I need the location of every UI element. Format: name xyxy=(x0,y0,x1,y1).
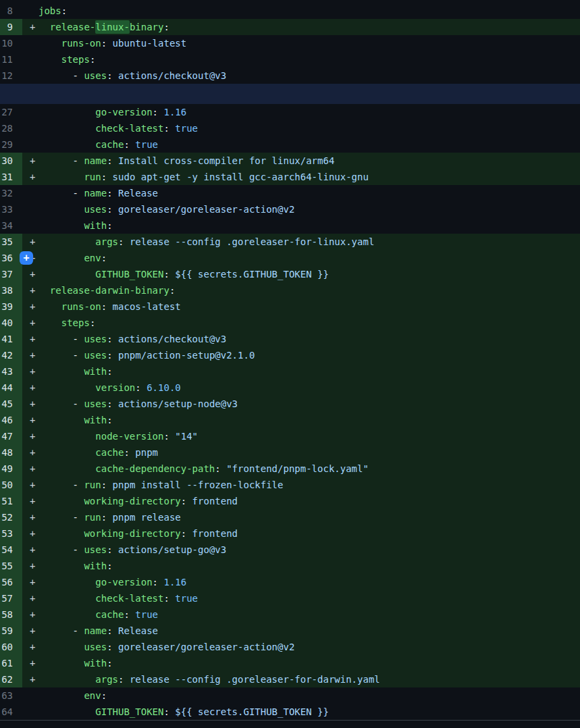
line-number[interactable]: 55 xyxy=(0,558,22,574)
line-number[interactable]: 12 xyxy=(0,68,22,84)
line-number[interactable]: 30 xyxy=(0,153,22,169)
line-number[interactable]: 45 xyxy=(0,396,22,412)
line-number[interactable]: 39 xyxy=(0,298,22,315)
diff-add-marker: + xyxy=(30,412,35,428)
line-number[interactable]: 28 xyxy=(0,120,22,136)
diff-row-49: 49+ cache-dependency-path: "frontend/pnp… xyxy=(0,461,580,477)
diff-row-46: 46+ with: xyxy=(0,412,580,428)
code-line: + with: xyxy=(22,558,580,574)
line-number[interactable]: 64 xyxy=(0,704,22,720)
add-comment-button[interactable]: + xyxy=(20,251,33,265)
line-number[interactable]: 63 xyxy=(0,687,22,704)
diff-add-marker: + xyxy=(30,169,35,185)
line-number[interactable]: 60 xyxy=(0,639,22,655)
line-number[interactable]: 32 xyxy=(0,185,22,201)
diff-row-41: 41+ - uses: actions/checkout@v3 xyxy=(0,331,580,347)
expand-hunk-band[interactable] xyxy=(0,84,580,104)
code-line: - uses: actions/checkout@v3 xyxy=(22,68,580,84)
diff-row-42: 42+ - uses: pnpm/action-setup@v2.1.0 xyxy=(0,347,580,363)
line-number[interactable]: 43 xyxy=(0,363,22,380)
code-line: + cache: pnpm xyxy=(22,444,580,461)
code-line: + node-version: "14" xyxy=(22,428,580,444)
diff-row-37: 37+ GITHUB_TOKEN: ${{ secrets.GITHUB_TOK… xyxy=(0,266,580,282)
code-line: runs-on: ubuntu-latest xyxy=(22,35,580,51)
diff-add-marker: + xyxy=(30,558,35,574)
diff-add-marker: + xyxy=(30,282,35,298)
code-line: + args: release --config .goreleaser-for… xyxy=(22,234,580,250)
diff-row-8: 8jobs: xyxy=(0,3,580,19)
line-number[interactable]: 51 xyxy=(0,493,22,509)
code-line: GITHUB_TOKEN: ${{ secrets.GITHUB_TOKEN }… xyxy=(22,704,580,720)
code-line: + - name: Release xyxy=(22,623,580,639)
diff-add-marker: + xyxy=(30,19,35,35)
diff-row-48: 48+ cache: pnpm xyxy=(0,444,580,461)
line-number[interactable]: 38 xyxy=(0,282,22,298)
line-number[interactable]: 9 xyxy=(0,19,22,35)
line-number[interactable]: 33 xyxy=(0,201,22,217)
line-number[interactable]: 31 xyxy=(0,169,22,185)
code-line: check-latest: true xyxy=(22,120,580,136)
line-number[interactable]: 10 xyxy=(0,35,22,51)
code-line: - name: Release xyxy=(22,185,580,201)
line-number[interactable]: 62 xyxy=(0,671,22,687)
line-number[interactable]: 56 xyxy=(0,574,22,590)
code-line: + - name: Install cross-compiler for lin… xyxy=(22,153,580,169)
code-line: + go-version: 1.16 xyxy=(22,574,580,590)
line-number[interactable]: 50 xyxy=(0,477,22,493)
code-line: + cache-dependency-path: "frontend/pnpm-… xyxy=(22,461,580,477)
code-line: go-version: 1.16 xyxy=(22,104,580,120)
diff-add-marker: + xyxy=(30,477,35,493)
line-number[interactable]: 37 xyxy=(0,266,22,282)
code-line: + with: xyxy=(22,363,580,380)
code-line: + - uses: actions/checkout@v3 xyxy=(22,331,580,347)
diff-add-marker: + xyxy=(30,315,35,331)
code-line: + check-latest: true xyxy=(22,590,580,606)
code-line: + uses: goreleaser/goreleaser-action@v2 xyxy=(22,639,580,655)
diff-row-56: 56+ go-version: 1.16 xyxy=(0,574,580,590)
line-number[interactable]: 27 xyxy=(0,104,22,120)
line-number[interactable]: 46 xyxy=(0,412,22,428)
diff-add-marker: + xyxy=(30,623,35,639)
line-number[interactable]: 52 xyxy=(0,509,22,525)
line-number[interactable]: 29 xyxy=(0,136,22,153)
code-line: with: xyxy=(22,217,580,234)
line-number[interactable]: 11 xyxy=(0,51,22,68)
line-number[interactable]: 61 xyxy=(0,655,22,671)
code-line: + env: xyxy=(22,250,580,266)
line-number[interactable]: 57 xyxy=(0,590,22,606)
line-number[interactable]: 53 xyxy=(0,525,22,542)
line-number[interactable]: 59 xyxy=(0,623,22,639)
line-number[interactable]: 48 xyxy=(0,444,22,461)
line-number[interactable]: 47 xyxy=(0,428,22,444)
code-line: + cache: true xyxy=(22,606,580,623)
diff-row-40: 40+ steps: xyxy=(0,315,580,331)
diff-row-61: 61+ with: xyxy=(0,655,580,671)
diff-add-marker: + xyxy=(30,266,35,282)
line-number[interactable]: 54 xyxy=(0,542,22,558)
line-number[interactable]: 49 xyxy=(0,461,22,477)
diff-row-62: 62+ args: release --config .goreleaser-f… xyxy=(0,671,580,687)
line-number[interactable]: 8 xyxy=(0,3,22,19)
diff-row-27: 27 go-version: 1.16 xyxy=(0,104,580,120)
code-line: + - uses: actions/setup-node@v3 xyxy=(22,396,580,412)
diff-row-58: 58+ cache: true xyxy=(0,606,580,623)
line-number[interactable]: 58 xyxy=(0,606,22,623)
diff-row-28: 28 check-latest: true xyxy=(0,120,580,136)
line-number[interactable]: 42 xyxy=(0,347,22,363)
diff-row-47: 47+ node-version: "14" xyxy=(0,428,580,444)
diff-add-marker: + xyxy=(30,509,35,525)
code-line: + - run: pnpm install --frozen-lockfile xyxy=(22,477,580,493)
line-number[interactable]: 44 xyxy=(0,380,22,396)
code-line: + release-darwin-binary: xyxy=(22,282,580,298)
code-line: uses: goreleaser/goreleaser-action@v2 xyxy=(22,201,580,217)
line-number[interactable]: 35 xyxy=(0,234,22,250)
diff-add-marker: + xyxy=(30,428,35,444)
diff-row-63: 63 env: xyxy=(0,687,580,704)
line-number[interactable]: 40 xyxy=(0,315,22,331)
diff-row-53: 53+ working-directory: frontend xyxy=(0,525,580,542)
diff-row-59: 59+ - name: Release xyxy=(0,623,580,639)
line-number[interactable]: 34 xyxy=(0,217,22,234)
code-line: + steps: xyxy=(22,315,580,331)
line-number[interactable]: 41 xyxy=(0,331,22,347)
diff-add-marker: + xyxy=(30,525,35,542)
